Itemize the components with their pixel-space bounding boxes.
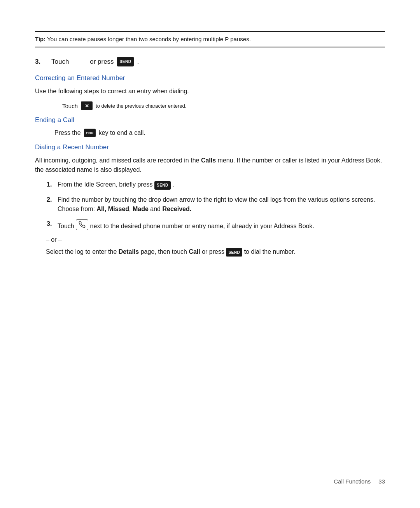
dialing-list: 1. From the Idle Screen, briefly press S… [47, 180, 385, 231]
correcting-heading: Correcting an Entered Number [35, 74, 385, 82]
calls-bold: Calls [201, 157, 216, 164]
correcting-indent: Touch ✕ to delete the previous character… [62, 101, 385, 110]
item-2-number: 2. [47, 195, 58, 204]
or-press-label: or press [90, 58, 114, 66]
footer: Call Functions 33 [334, 478, 385, 485]
tip-box: Tip: You can create pauses longer than t… [35, 31, 385, 47]
send-badge-step3: SEND [117, 57, 134, 66]
press-label: Press the [54, 129, 81, 136]
call-bold: Call [189, 248, 200, 255]
item-3-text-after: next to the desired phone number or entr… [90, 223, 314, 229]
item-3-content: Touch next to the desired phone number o… [58, 219, 385, 231]
footer-section: Call Functions [334, 478, 371, 485]
item-1-number: 1. [47, 180, 58, 189]
phone-icon-box [76, 219, 88, 230]
item-3-number: 3. [47, 219, 58, 229]
step-3-text: Touch or press SEND . [51, 57, 139, 66]
phone-icon [79, 221, 86, 228]
end-badge: END [84, 129, 96, 137]
tip-text: Tip: You can create pauses longer than t… [35, 36, 251, 42]
dialing-heading: Dialing a Recent Number [35, 143, 385, 151]
page: Tip: You can create pauses longer than t… [0, 0, 420, 508]
list-item-3: 3. Touch next to the desired phone numbe… [47, 219, 385, 231]
ending-heading: Ending a Call [35, 116, 385, 124]
item-1-content: From the Idle Screen, briefly press SEND… [58, 180, 385, 190]
tip-body: You can create pauses longer than two se… [47, 36, 251, 42]
item-1-text-before: From the Idle Screen, briefly press [58, 181, 154, 188]
details-bold: Details [119, 248, 139, 255]
touch-label: Touch [51, 58, 69, 66]
list-item-1: 1. From the Idle Screen, briefly press S… [47, 180, 385, 190]
period-step3: . [137, 58, 139, 66]
list-item-2: 2. Find the number by touching the drop … [47, 195, 385, 214]
send-badge-item1: SEND [154, 181, 171, 190]
item-3-touch: Touch [58, 223, 76, 229]
all-missed-bold: All, Missed [96, 206, 129, 212]
item-1-period: . [172, 181, 174, 188]
select-line: Select the log to enter the Details page… [46, 247, 385, 257]
step-3-line: 3. Touch or press SEND . [35, 57, 385, 66]
received-bold: Received. [162, 206, 191, 212]
ending-line: Press the END key to end a call. [54, 129, 385, 137]
step-3-number: 3. [35, 58, 44, 66]
or-line: – or – [46, 236, 385, 243]
item-2-content: Find the number by touching the drop dow… [58, 195, 385, 214]
dialing-body: All incoming, outgoing, and missed calls… [35, 156, 385, 175]
send-badge-select: SEND [226, 248, 242, 257]
delete-badge: ✕ [81, 101, 93, 110]
footer-page: 33 [378, 478, 385, 485]
correcting-touch-label: Touch [62, 103, 78, 109]
tip-label: Tip: [35, 36, 46, 42]
correcting-small-text: to delete the previous character entered… [96, 103, 186, 109]
key-text: key to end a call. [99, 129, 145, 136]
correcting-body: Use the following steps to correct an en… [35, 87, 385, 96]
made-bold: Made [133, 206, 149, 212]
